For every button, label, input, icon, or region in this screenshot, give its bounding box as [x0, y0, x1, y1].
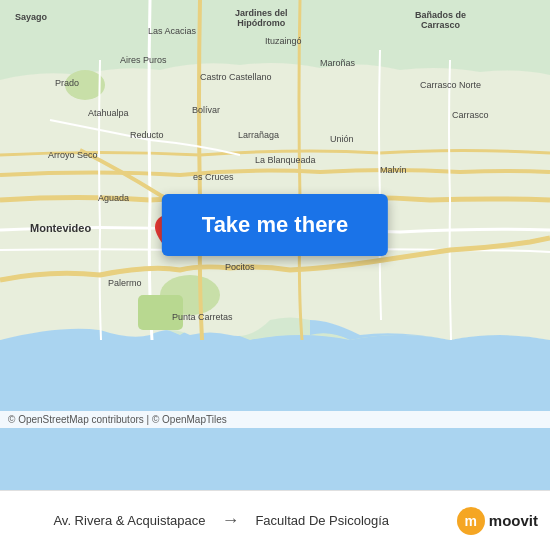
svg-rect-3: [138, 295, 183, 330]
footer: Av. Rivera & Acquistapace → Facultad De …: [0, 490, 550, 550]
footer-arrow: →: [221, 510, 239, 531]
moovit-text: moovit: [489, 512, 538, 529]
map-attribution: © OpenStreetMap contributors | © OpenMap…: [0, 411, 550, 428]
moovit-logo-m: m: [465, 513, 477, 529]
map-container: Sayago Jardines delHipódromo Bañados deC…: [0, 0, 550, 490]
moovit-logo: m moovit: [457, 507, 538, 535]
moovit-logo-circle: m: [457, 507, 485, 535]
footer-origin: Av. Rivera & Acquistapace: [12, 513, 213, 528]
take-me-there-button[interactable]: Take me there: [162, 194, 388, 256]
footer-destination: Facultad De Psicología: [247, 513, 448, 528]
